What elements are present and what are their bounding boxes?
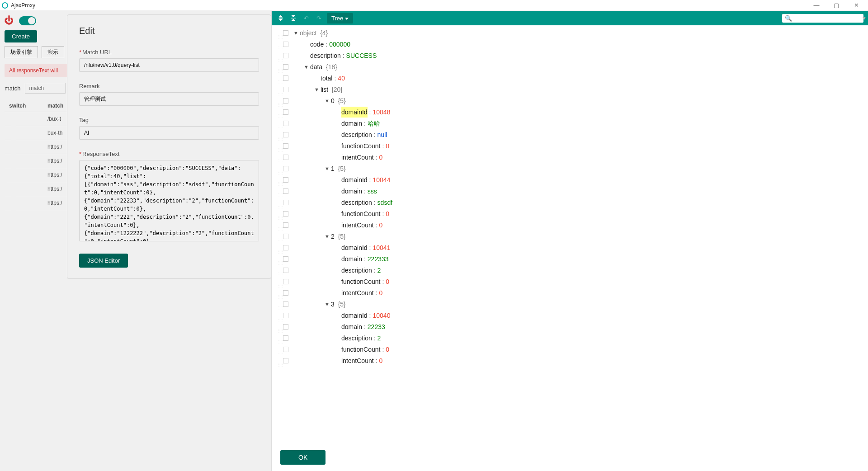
- tree-row[interactable]: functionCount:0: [272, 276, 868, 287]
- drag-handle-icon[interactable]: [277, 234, 281, 239]
- tree-row[interactable]: domain:222333: [272, 253, 868, 264]
- row-menu-icon[interactable]: [283, 324, 288, 330]
- drag-handle-icon[interactable]: [277, 336, 281, 340]
- redo-icon[interactable]: ↷: [314, 14, 323, 23]
- drag-handle-icon[interactable]: [277, 144, 281, 148]
- tree-row[interactable]: ▼object {4}: [272, 27, 868, 38]
- drag-handle-icon[interactable]: [277, 31, 281, 35]
- row-menu-icon[interactable]: [283, 53, 288, 58]
- drag-handle-icon[interactable]: [277, 189, 281, 193]
- drag-handle-icon[interactable]: [277, 99, 281, 103]
- tree-row[interactable]: intentCount:0: [272, 355, 868, 366]
- row-menu-icon[interactable]: [283, 64, 288, 70]
- drag-handle-icon[interactable]: [277, 76, 281, 80]
- row-menu-icon[interactable]: [283, 75, 288, 81]
- scene-engine-button[interactable]: 场景引擎: [5, 46, 38, 58]
- tree-row[interactable]: domainId:10041: [272, 242, 868, 253]
- row-menu-icon[interactable]: [283, 290, 288, 296]
- drag-handle-icon[interactable]: [277, 325, 281, 329]
- drag-handle-icon[interactable]: [277, 65, 281, 69]
- collapse-all-icon[interactable]: [289, 14, 298, 23]
- tree-row[interactable]: domainId:10040: [272, 310, 868, 321]
- tree-row[interactable]: ▼2 {5}: [272, 231, 868, 242]
- tree-row[interactable]: description:2: [272, 264, 868, 276]
- drag-handle-icon[interactable]: [277, 279, 281, 284]
- row-menu-icon[interactable]: [283, 335, 288, 341]
- tree-row[interactable]: domain:哈哈: [272, 118, 868, 129]
- row-menu-icon[interactable]: [283, 268, 288, 273]
- close-button[interactable]: ✕: [850, 1, 863, 9]
- caret-icon[interactable]: ▼: [325, 299, 331, 310]
- drag-handle-icon[interactable]: [277, 166, 281, 171]
- row-menu-icon[interactable]: [283, 256, 288, 262]
- tag-input[interactable]: [79, 126, 259, 140]
- row-menu-icon[interactable]: [283, 109, 288, 115]
- caret-icon[interactable]: ▼: [325, 231, 331, 242]
- tree-row[interactable]: description:null: [272, 129, 868, 140]
- search-prev-icon[interactable]: ▼: [862, 15, 867, 21]
- row-menu-icon[interactable]: [283, 188, 288, 194]
- row-menu-icon[interactable]: [283, 200, 288, 205]
- drag-handle-icon[interactable]: [277, 132, 281, 137]
- row-menu-icon[interactable]: [283, 166, 288, 171]
- drag-handle-icon[interactable]: [277, 53, 281, 58]
- row-menu-icon[interactable]: [283, 155, 288, 160]
- row-menu-icon[interactable]: [283, 347, 288, 352]
- tree-row[interactable]: ▼1 {5}: [272, 163, 868, 174]
- caret-icon[interactable]: ▼: [325, 163, 331, 174]
- drag-handle-icon[interactable]: [277, 110, 281, 114]
- match-input[interactable]: [25, 83, 66, 94]
- tree-view[interactable]: ▼object {4}code:000000description:SUCCES…: [272, 25, 868, 471]
- row-menu-icon[interactable]: [283, 42, 288, 47]
- remark-input[interactable]: [79, 92, 259, 106]
- drag-handle-icon[interactable]: [277, 313, 281, 318]
- json-editor-button[interactable]: JSON Editor: [79, 254, 128, 268]
- tree-row[interactable]: total:40: [272, 72, 868, 84]
- tree-row[interactable]: ▼3 {5}: [272, 298, 868, 310]
- row-menu-icon[interactable]: [283, 132, 288, 137]
- tree-row[interactable]: domain:sss: [272, 185, 868, 197]
- tree-row[interactable]: code:000000: [272, 38, 868, 50]
- expand-all-icon[interactable]: [276, 14, 285, 23]
- row-menu-icon[interactable]: [283, 301, 288, 307]
- drag-handle-icon[interactable]: [277, 268, 281, 273]
- drag-handle-icon[interactable]: [277, 212, 281, 216]
- tree-row[interactable]: ▼0 {5}: [272, 95, 868, 106]
- create-button[interactable]: Create: [5, 30, 37, 42]
- global-toggle[interactable]: [19, 16, 36, 25]
- caret-icon[interactable]: ▼: [304, 61, 310, 72]
- row-menu-icon[interactable]: [283, 279, 288, 284]
- drag-handle-icon[interactable]: [277, 347, 281, 352]
- drag-handle-icon[interactable]: [277, 42, 281, 47]
- row-menu-icon[interactable]: [283, 87, 288, 92]
- tree-row[interactable]: intentCount:0: [272, 287, 868, 298]
- tree-row[interactable]: description:sdsdf: [272, 197, 868, 208]
- minimize-button[interactable]: —: [810, 1, 823, 9]
- tree-row[interactable]: domainId:10048: [272, 106, 868, 118]
- row-menu-icon[interactable]: [283, 313, 288, 318]
- maximize-button[interactable]: ▢: [830, 1, 843, 9]
- ok-button[interactable]: OK: [280, 450, 326, 465]
- caret-icon[interactable]: ▼: [314, 84, 321, 95]
- drag-handle-icon[interactable]: [277, 178, 281, 182]
- tree-row[interactable]: ▼data {18}: [272, 61, 868, 72]
- tree-row[interactable]: description:SUCCESS: [272, 50, 868, 61]
- row-menu-icon[interactable]: [283, 245, 288, 250]
- drag-handle-icon[interactable]: [277, 302, 281, 306]
- view-mode-select[interactable]: Tree: [327, 13, 353, 24]
- drag-handle-icon[interactable]: [277, 155, 281, 160]
- drag-handle-icon[interactable]: [277, 121, 281, 126]
- row-menu-icon[interactable]: [283, 98, 288, 104]
- tree-row[interactable]: description:2: [272, 332, 868, 344]
- undo-icon[interactable]: ↶: [302, 14, 311, 23]
- power-icon[interactable]: ⏻: [5, 15, 14, 26]
- tree-row[interactable]: domainId:10044: [272, 174, 868, 185]
- row-menu-icon[interactable]: [283, 30, 288, 36]
- row-menu-icon[interactable]: [283, 358, 288, 363]
- caret-icon[interactable]: ▼: [293, 28, 300, 38]
- drag-handle-icon[interactable]: [277, 245, 281, 250]
- row-menu-icon[interactable]: [283, 143, 288, 149]
- row-menu-icon[interactable]: [283, 177, 288, 183]
- drag-handle-icon[interactable]: [277, 223, 281, 227]
- match-url-input[interactable]: [79, 58, 259, 72]
